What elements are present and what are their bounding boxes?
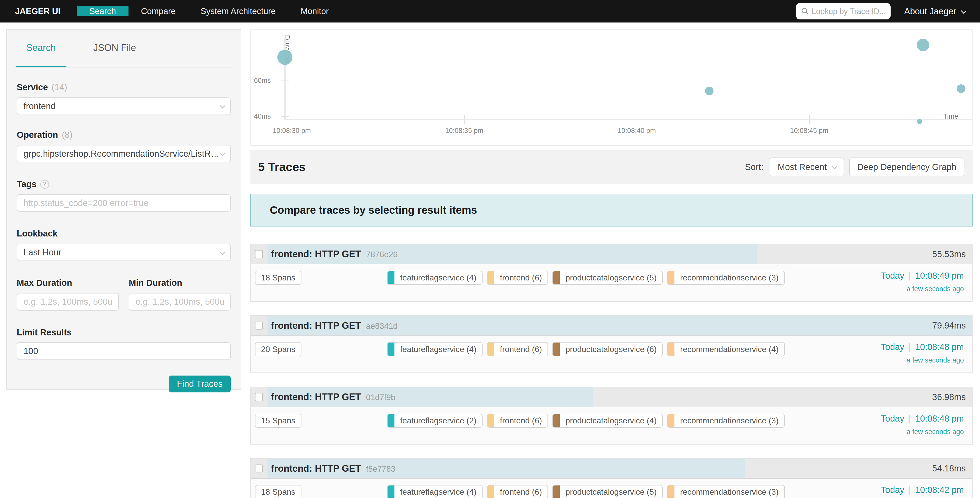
service-tag-label: recommendationservice (3) [675, 271, 784, 284]
nav-item-search[interactable]: Search [76, 6, 128, 16]
trace-date-link[interactable]: Today [881, 342, 904, 352]
help-icon[interactable]: ? [40, 180, 49, 189]
min-duration-input[interactable] [135, 297, 224, 307]
trace-timestamp: Today|10:08:48 pm a few seconds ago [881, 342, 964, 364]
chevron-down-icon [961, 8, 966, 14]
service-tag-chip[interactable]: recommendationservice (3) [667, 271, 784, 285]
service-tag-chip[interactable]: productcatalogservice (5) [552, 485, 663, 498]
service-tag-chip[interactable]: productcatalogservice (4) [552, 413, 663, 428]
service-tag-chip[interactable]: frontend (6) [487, 485, 548, 498]
service-tag-chip[interactable]: featureflagservice (4) [387, 271, 483, 285]
trace-timestamp: Today|10:08:48 pm a few seconds ago [881, 413, 964, 436]
x-axis-line [284, 119, 972, 120]
operation-label: Operation (8) [17, 130, 231, 140]
tags-input[interactable] [24, 198, 224, 208]
trace-time-link[interactable]: 10:08:49 pm [915, 271, 964, 281]
sort-label: Sort: [745, 162, 764, 172]
trace-card-body: 15 Spans featureflagservice (2)frontend … [251, 407, 972, 444]
operation-select[interactable]: grpc.hipstershop.RecommendationService/L… [17, 145, 231, 162]
max-duration-label: Max Duration [17, 278, 119, 288]
sort-select[interactable]: Most Recent [770, 158, 844, 176]
trace-compare-checkbox[interactable] [255, 322, 263, 330]
service-select[interactable]: frontend [17, 97, 231, 115]
service-tag-label: featureflagservice (4) [395, 271, 482, 284]
trace-relative-time: a few seconds ago [907, 285, 964, 293]
trace-time-link[interactable]: 10:08:48 pm [915, 413, 964, 423]
trace-card-header[interactable]: frontend: HTTP GET01d7f9b 36.98ms [251, 387, 972, 407]
trace-result-card[interactable]: frontend: HTTP GET7876e26 55.53ms 18 Spa… [250, 244, 973, 302]
service-tag-chip[interactable]: featureflagservice (2) [387, 413, 483, 428]
service-tag-chip[interactable]: productcatalogservice (6) [552, 342, 663, 356]
trace-title: frontend: HTTP GET7876e26 [271, 249, 398, 260]
trace-date-link[interactable]: Today [881, 413, 904, 423]
nav-item-monitor[interactable]: Monitor [288, 6, 341, 16]
service-tag-label: recommendationservice (3) [675, 485, 784, 498]
service-tag-chip[interactable]: frontend (6) [487, 271, 548, 285]
trace-compare-checkbox[interactable] [255, 464, 263, 473]
service-color-stripe [668, 485, 675, 498]
y-axis-tick-label: 60ms [251, 77, 270, 85]
find-traces-button[interactable]: Find Traces [169, 375, 231, 393]
span-count-chip[interactable]: 20 Spans [255, 342, 301, 356]
lookback-label: Lookback [17, 228, 231, 238]
sort-select-value: Most Recent [778, 162, 827, 172]
nav-item-compare[interactable]: Compare [129, 6, 188, 16]
service-color-stripe [553, 343, 560, 356]
trace-date-link[interactable]: Today [881, 271, 904, 281]
span-count-chip[interactable]: 15 Spans [255, 413, 301, 428]
service-tag-chip[interactable]: productcatalogservice (5) [552, 271, 663, 285]
service-tag-chip[interactable]: recommendationservice (3) [667, 413, 784, 428]
service-tag-chip[interactable]: featureflagservice (4) [387, 485, 483, 498]
trace-time-link[interactable]: 10:08:48 pm [915, 342, 964, 352]
service-tag-chip[interactable]: frontend (6) [487, 342, 548, 356]
service-tag-chip[interactable]: recommendationservice (4) [667, 342, 784, 356]
trace-card-header[interactable]: frontend: HTTP GET7876e26 55.53ms [251, 244, 972, 264]
scatter-point[interactable] [917, 119, 922, 124]
nav-item-system-architecture[interactable]: System Architecture [188, 6, 288, 16]
service-tag-list: featureflagservice (4)frontend (6)produc… [387, 271, 784, 285]
service-tag-label: featureflagservice (2) [395, 414, 482, 428]
trace-lookup-box[interactable] [796, 3, 890, 19]
trace-id: 7876e26 [366, 250, 398, 259]
service-tag-label: productcatalogservice (4) [560, 414, 662, 428]
tab-json-file[interactable]: JSON File [83, 30, 146, 67]
about-jaeger-label: About Jaeger [904, 6, 956, 16]
results-header: 5 Traces Sort: Most Recent Deep Dependen… [250, 150, 973, 184]
about-jaeger-menu[interactable]: About Jaeger [904, 6, 965, 16]
span-count-chip[interactable]: 18 Spans [255, 271, 301, 285]
scatter-point[interactable] [705, 86, 714, 95]
deep-dependency-graph-button[interactable]: Deep Dependency Graph [849, 158, 964, 176]
duration-scatter-chart[interactable]: Duration Time 10:08:30 pm10:08:35 pm10:0… [250, 29, 973, 146]
service-tag-label: productcatalogservice (5) [560, 485, 662, 498]
tab-search[interactable]: Search [16, 30, 67, 67]
service-tag-chip[interactable]: featureflagservice (4) [387, 342, 483, 356]
span-count-chip[interactable]: 18 Spans [255, 485, 301, 498]
lookback-select[interactable]: Last Hour [17, 244, 231, 261]
trace-id: ae8341d [366, 321, 398, 330]
trace-timestamp: Today|10:08:49 pm a few seconds ago [881, 271, 964, 293]
trace-date-link[interactable]: Today [881, 485, 904, 495]
trace-card-header[interactable]: frontend: HTTP GETae8341d 79.94ms [251, 316, 972, 336]
trace-card-header[interactable]: frontend: HTTP GETf5e7783 54.18ms [251, 459, 972, 479]
limit-results-input[interactable] [24, 346, 224, 356]
trace-time-link[interactable]: 10:08:42 pm [915, 485, 964, 495]
service-tag-chip[interactable]: recommendationservice (3) [667, 485, 784, 498]
trace-compare-checkbox[interactable] [255, 250, 263, 258]
trace-compare-checkbox[interactable] [255, 393, 263, 401]
service-label: Service (14) [17, 82, 231, 92]
trace-result-card[interactable]: frontend: HTTP GETae8341d 79.94ms 20 Spa… [250, 315, 973, 373]
limit-results-wrap [17, 342, 231, 360]
service-tag-chip[interactable]: frontend (6) [487, 413, 548, 428]
scatter-point[interactable] [277, 50, 293, 65]
service-select-value: frontend [24, 101, 220, 111]
scatter-point[interactable] [957, 84, 966, 93]
trace-lookup-input[interactable] [811, 7, 886, 16]
trace-result-card[interactable]: frontend: HTTP GET01d7f9b 36.98ms 15 Spa… [250, 387, 973, 445]
scatter-point[interactable] [917, 39, 929, 51]
service-tag-label: frontend (6) [494, 271, 547, 284]
trace-title: frontend: HTTP GETae8341d [271, 320, 398, 331]
service-tag-list: featureflagservice (4)frontend (6)produc… [387, 342, 784, 356]
max-duration-input[interactable] [24, 297, 112, 307]
trace-title: frontend: HTTP GET01d7f9b [271, 392, 395, 402]
trace-result-card[interactable]: frontend: HTTP GETf5e7783 54.18ms 18 Spa… [250, 458, 973, 498]
